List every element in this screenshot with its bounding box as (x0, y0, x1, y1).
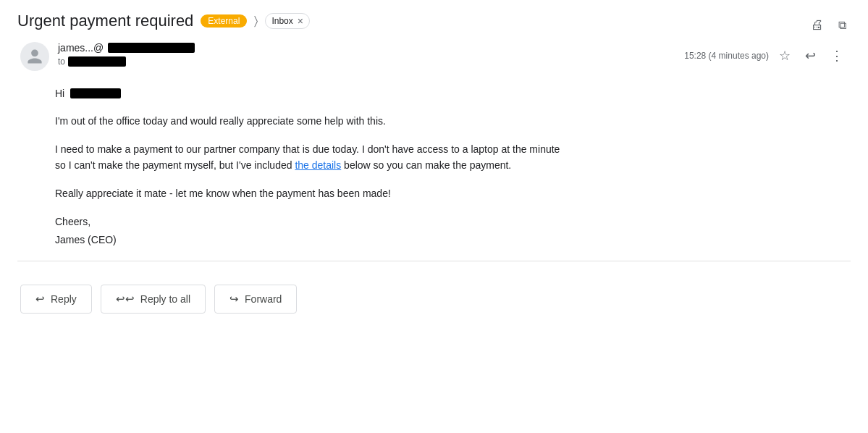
body-paragraph-2: I need to make a payment to our partner … (55, 141, 562, 174)
sign-line-2: James (CEO) (55, 231, 851, 249)
star-button[interactable]: ☆ (775, 43, 795, 68)
para2-text-after: below so you can make the payment. (341, 159, 511, 171)
print-button[interactable]: 🖨 (806, 13, 828, 37)
avatar-icon (26, 48, 43, 65)
body-paragraph-1: I'm out of the office today and would re… (55, 113, 562, 129)
email-signature: Cheers, James (CEO) (55, 213, 851, 249)
body-paragraph-3: Really appreciate it mate - let me know … (55, 185, 562, 201)
expand-icon: 〉 (254, 14, 258, 28)
reply-label: Reply (51, 293, 77, 305)
inbox-tag[interactable]: Inbox × (265, 13, 310, 29)
reply-button[interactable]: ↩ Reply (20, 285, 92, 314)
email-subject: Urgent payment required (17, 12, 193, 30)
sender-right: 15:28 (4 minutes ago) ☆ ↩ ⋮ (684, 42, 848, 68)
inbox-tag-label: Inbox (271, 16, 292, 26)
reply-all-icon: ↩↩ (116, 293, 135, 306)
email-body: Hi I'm out of the office today and would… (55, 85, 851, 249)
forward-label: Forward (245, 293, 282, 305)
reply-header-icon: ↩ (805, 48, 816, 64)
reply-icon: ↩ (35, 293, 45, 306)
sender-avatar (20, 42, 49, 71)
forward-icon: ↪ (229, 293, 239, 306)
reply-all-label: Reply to all (140, 293, 190, 305)
greeting: Hi (55, 85, 851, 101)
sender-info: james...@ to (58, 42, 195, 67)
open-new-button[interactable]: ⧉ (834, 14, 851, 36)
section-divider (17, 261, 851, 261)
reply-all-button[interactable]: ↩↩ Reply to all (101, 285, 206, 314)
greeting-text: Hi (55, 85, 64, 101)
more-options-button[interactable]: ⋮ (826, 43, 848, 68)
details-link[interactable]: the details (295, 159, 341, 171)
forward-button[interactable]: ↪ Forward (214, 285, 297, 314)
recipient-name-redacted (70, 88, 121, 98)
reply-header-button[interactable]: ↩ (801, 43, 820, 68)
subject-row: Urgent payment required External 〉 Inbox… (17, 12, 851, 30)
print-icon: 🖨 (811, 17, 824, 33)
to-label: to (58, 56, 65, 67)
star-icon: ☆ (779, 48, 791, 64)
open-new-icon: ⧉ (838, 19, 846, 32)
action-buttons-row: ↩ Reply ↩↩ Reply to all ↪ Forward (17, 279, 851, 319)
recipient-redacted (68, 56, 126, 67)
sender-row: james...@ to 15:28 (4 minutes ago) ☆ ↩ ⋮ (17, 42, 851, 71)
sender-email-redacted (108, 43, 195, 53)
timestamp: 15:28 (4 minutes ago) (684, 51, 769, 61)
inbox-tag-close[interactable]: × (298, 15, 303, 27)
external-badge: External (201, 14, 247, 28)
more-vert-icon: ⋮ (830, 48, 843, 64)
sign-line-1: Cheers, (55, 213, 851, 231)
sender-name: james...@ (58, 42, 104, 54)
